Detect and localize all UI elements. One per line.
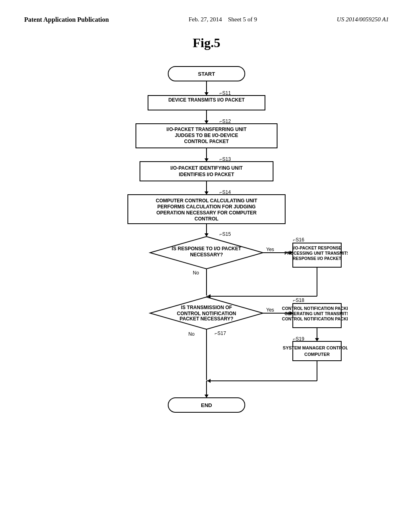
svg-marker-57 (204, 395, 209, 398)
svg-text:I/O-PACKET IDENTIFYING UNIT: I/O-PACKET IDENTIFYING UNIT (170, 165, 243, 171)
svg-text:PERFORMS CALCULATION FOR JUDGI: PERFORMS CALCULATION FOR JUDGING (157, 204, 256, 210)
svg-text:CONTROL PACKET: CONTROL PACKET (184, 139, 229, 144)
s15-yes: Yes (266, 247, 274, 252)
svg-rect-12 (140, 162, 273, 181)
svg-marker-54 (207, 379, 211, 383)
s11-text: DEVICE TRANSMITS I/O PACKET (168, 97, 245, 103)
svg-text:GENERATING UNIT TRANSMITS: GENERATING UNIT TRANSMITS (285, 311, 348, 316)
svg-text:CONTROL: CONTROL (194, 216, 218, 222)
header-sheet: Sheet 5 of 9 (228, 16, 257, 23)
svg-text:CONTROL NOTIFICATION: CONTROL NOTIFICATION (177, 311, 236, 316)
header-left: Patent Application Publication (24, 16, 109, 23)
svg-text:IS RESPONSE TO I/O PACKET: IS RESPONSE TO I/O PACKET (172, 246, 242, 251)
s15-label: ⌐S15 (219, 231, 231, 237)
svg-text:I/O-PACKET RESPONSE: I/O-PACKET RESPONSE (292, 245, 341, 250)
svg-text:COMPUTER CONTROL CALCULATING U: COMPUTER CONTROL CALCULATING UNIT (156, 198, 257, 204)
svg-text:IS TRANSMISSION OF: IS TRANSMISSION OF (181, 305, 232, 310)
svg-text:I/O-PACKET TRANSFERRING UNIT: I/O-PACKET TRANSFERRING UNIT (167, 127, 247, 132)
header-center: Feb. 27, 2014 Sheet 5 of 9 (189, 16, 257, 23)
header: Patent Application Publication Feb. 27, … (24, 16, 389, 23)
svg-text:CONTROL NOTIFICATION PACKET: CONTROL NOTIFICATION PACKET (282, 316, 348, 321)
s18-label: ⌐S18 (293, 297, 305, 303)
svg-text:JUDGES TO BE I/O-DEVICE: JUDGES TO BE I/O-DEVICE (175, 133, 238, 138)
svg-marker-16 (204, 191, 209, 195)
end-label: END (201, 402, 212, 408)
svg-marker-2 (204, 92, 209, 96)
flowchart: START ⌐S11 DEVICE TRANSMITS I/O PACKET ⌐… (65, 62, 348, 467)
svg-text:RESPONSE I/O PACKET: RESPONSE I/O PACKET (293, 256, 342, 261)
s11-label: ⌐S11 (219, 90, 231, 96)
s13-label: ⌐S13 (219, 156, 231, 162)
svg-marker-48 (315, 338, 319, 341)
s17-label: ⌐S17 (215, 330, 226, 336)
header-right: US 2014/0059250 A1 (337, 16, 389, 23)
s16-label: ⌐S16 (293, 237, 305, 243)
fig-title: Fig.5 (24, 35, 389, 50)
svg-text:SYSTEM MANAGER CONTROLS: SYSTEM MANAGER CONTROLS (283, 345, 348, 350)
start-label: START (198, 71, 215, 77)
svg-text:NECESSARY?: NECESSARY? (190, 252, 223, 258)
header-date: Feb. 27, 2014 (189, 16, 222, 23)
page: Patent Application Publication Feb. 27, … (0, 0, 413, 532)
s12-label: ⌐S12 (219, 118, 231, 124)
svg-marker-5 (204, 121, 209, 124)
s17-yes: Yes (266, 307, 274, 313)
svg-marker-11 (204, 158, 209, 162)
s19-label: ⌐S19 (293, 336, 305, 342)
s17-no-label: No (188, 331, 195, 337)
svg-text:PROCESSING UNIT TRANSMITS: PROCESSING UNIT TRANSMITS (284, 251, 348, 256)
svg-text:COMPUTER: COMPUTER (305, 352, 330, 357)
s14-label: ⌐S14 (219, 189, 231, 195)
svg-text:OPERATION NECESSARY FOR COMPUT: OPERATION NECESSARY FOR COMPUTER (156, 210, 257, 216)
svg-text:PACKET NECESSARY?: PACKET NECESSARY? (179, 316, 233, 322)
svg-text:IDENTIFIES I/O PACKET: IDENTIFIES I/O PACKET (179, 172, 234, 177)
svg-rect-49 (293, 341, 341, 361)
svg-text:CONTROL NOTIFICATION PACKET: CONTROL NOTIFICATION PACKET (282, 306, 348, 311)
svg-marker-23 (204, 233, 209, 237)
s15-no: No (193, 270, 199, 276)
